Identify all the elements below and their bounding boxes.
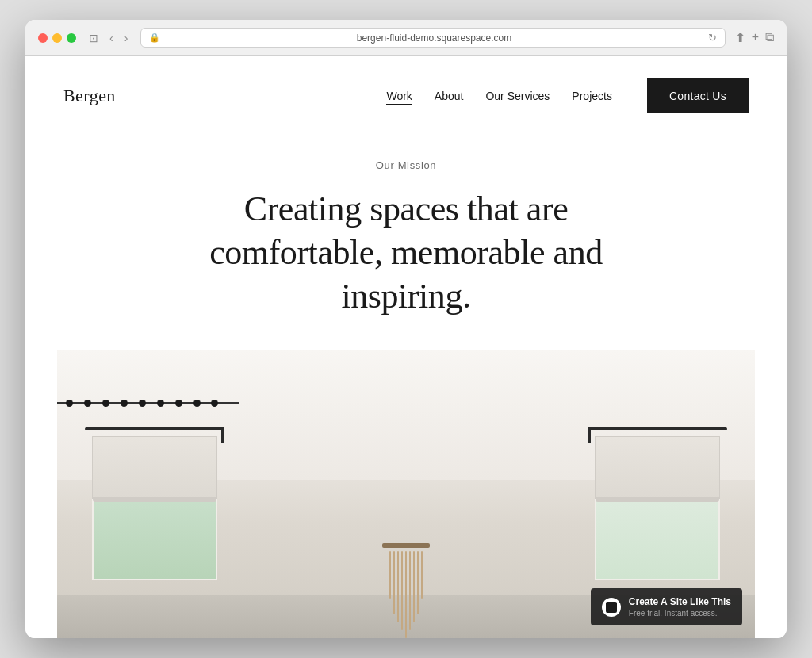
contact-us-button[interactable]: Contact Us — [647, 78, 749, 113]
navigation: Bergen Work About Our Services Projects … — [25, 56, 787, 136]
browser-actions: ⬆ + ⧉ — [735, 30, 774, 45]
strand — [405, 551, 407, 638]
ring-2 — [84, 400, 91, 407]
curtain-bracket-right — [588, 427, 727, 430]
ring-5 — [139, 400, 146, 407]
badge-subtitle: Free trial. Instant access. — [629, 609, 731, 618]
traffic-lights — [38, 33, 76, 43]
url-text: bergen-fluid-demo.squarespace.com — [165, 33, 703, 44]
hero-image: Create A Site Like This Free trial. Inst… — [57, 350, 755, 638]
nav-link-work[interactable]: Work — [386, 90, 412, 102]
browser-window: ⊡ ‹ › 🔒 bergen-fluid-demo.squarespace.co… — [25, 20, 787, 638]
squarespace-logo — [602, 598, 621, 617]
strand — [409, 551, 411, 630]
squarespace-badge[interactable]: Create A Site Like This Free trial. Inst… — [591, 588, 742, 625]
strand — [421, 551, 423, 599]
forward-button[interactable]: › — [121, 30, 132, 46]
ring-6 — [157, 400, 164, 407]
nav-link-about[interactable]: About — [435, 90, 464, 102]
tabs-icon[interactable]: ⧉ — [765, 30, 774, 45]
curtain-bracket-left — [85, 427, 224, 430]
macrame-decoration — [374, 543, 438, 638]
badge-text: Create A Site Like This Free trial. Inst… — [629, 596, 731, 618]
strand — [393, 551, 395, 614]
nav-link-services[interactable]: Our Services — [485, 90, 550, 102]
nav-link-projects[interactable]: Projects — [572, 90, 612, 102]
ring-7 — [175, 400, 182, 407]
strand — [397, 551, 399, 622]
traffic-light-green[interactable] — [67, 33, 76, 43]
badge-title: Create A Site Like This — [629, 596, 731, 607]
hero-section: Our Mission Creating spaces that are com… — [25, 136, 787, 350]
browser-chrome: ⊡ ‹ › 🔒 bergen-fluid-demo.squarespace.co… — [25, 20, 787, 56]
nav-links: Work About Our Services Projects Contact… — [386, 78, 749, 113]
new-tab-icon[interactable]: + — [752, 30, 759, 45]
share-icon[interactable]: ⬆ — [735, 30, 745, 45]
ring-8 — [193, 400, 201, 407]
traffic-light-red[interactable] — [38, 33, 48, 43]
lock-icon: 🔒 — [149, 33, 160, 43]
browser-controls: ⊡ ‹ › — [86, 30, 131, 46]
strand — [389, 551, 391, 599]
ring-9 — [211, 400, 218, 407]
ring-3 — [102, 400, 109, 407]
back-button[interactable]: ‹ — [106, 30, 117, 46]
roman-shade-right — [595, 436, 720, 499]
hero-label: Our Mission — [63, 159, 749, 171]
strand — [413, 551, 415, 622]
traffic-light-yellow[interactable] — [52, 33, 62, 43]
strand — [417, 551, 419, 614]
ring-4 — [121, 400, 128, 407]
macrame-fringe — [374, 548, 438, 638]
site-logo[interactable]: Bergen — [63, 86, 116, 106]
strand — [401, 551, 403, 630]
curtain-rod-wall-left — [57, 402, 239, 404]
hero-title: Creating spaces that are comfortable, me… — [208, 187, 604, 318]
reload-button[interactable]: ↻ — [708, 32, 717, 44]
roman-shade-left — [92, 436, 217, 499]
room-photo: Create A Site Like This Free trial. Inst… — [57, 350, 755, 638]
ring-1 — [66, 400, 73, 407]
window-tile-button[interactable]: ⊡ — [86, 30, 102, 46]
address-bar[interactable]: 🔒 bergen-fluid-demo.squarespace.com ↻ — [140, 28, 725, 48]
squarespace-logo-inner — [606, 602, 617, 613]
website-content: Bergen Work About Our Services Projects … — [25, 56, 787, 638]
